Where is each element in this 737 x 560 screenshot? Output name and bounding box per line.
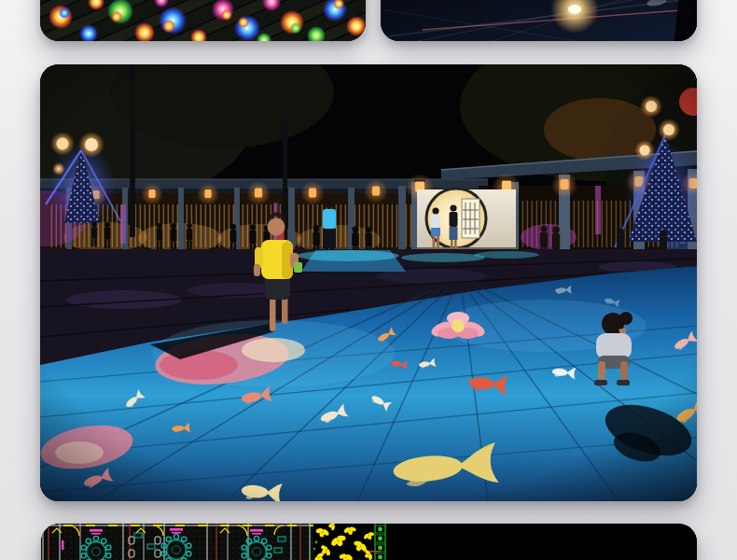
cad-plan-scene [41, 524, 697, 560]
glow-core [568, 5, 581, 14]
photo-koi-plaza [40, 64, 697, 501]
page-background [0, 0, 737, 560]
laser-ground-scene [381, 0, 697, 41]
vignette [40, 64, 697, 501]
deck-projection-scene [40, 0, 366, 41]
image-cad-floor-plan [41, 524, 697, 560]
koi-plaza-scene [40, 64, 697, 501]
photo-night-ground-beams [381, 0, 697, 41]
photo-projection-characters-deck [40, 0, 366, 41]
